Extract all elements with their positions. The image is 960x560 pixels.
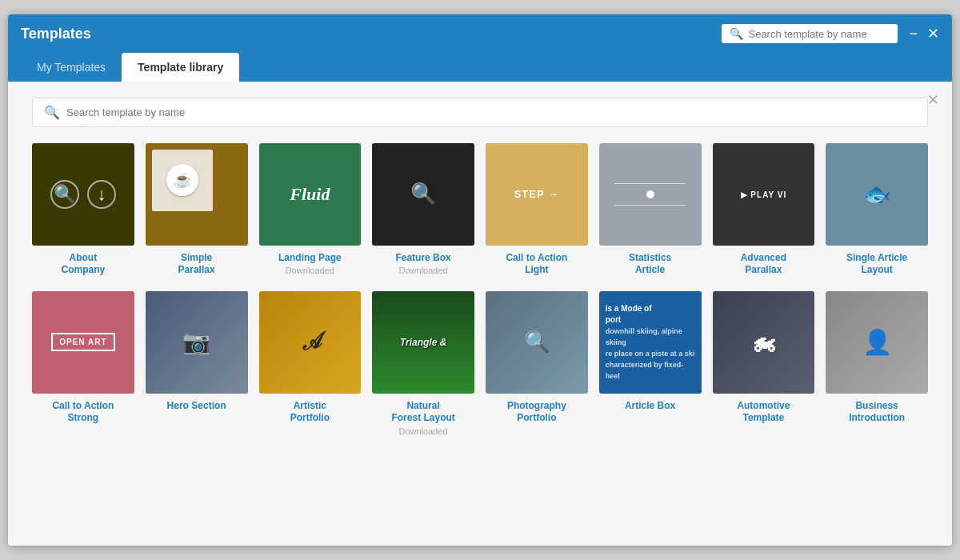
template-card-cta-light[interactable]: STEP → Call to ActionLight <box>486 143 588 277</box>
templates-window: Templates 🔍 − ✕ My Templates Template li… <box>8 14 952 546</box>
template-thumb-natural-forest: Triangle & <box>372 291 474 394</box>
template-thumb-advanced-parallax: ▶ PLAY VI <box>713 143 815 246</box>
template-card-natural-forest[interactable]: Triangle & NaturalForest Layout Download… <box>372 291 474 436</box>
header-search-box[interactable]: 🔍 <box>722 24 898 43</box>
downloaded-badge-natural-forest: Downloaded <box>399 426 448 436</box>
template-name-simple-parallax: SimpleParallax <box>178 252 215 277</box>
template-card-automotive[interactable]: 🏍 AutomotiveTemplate <box>713 291 815 436</box>
template-name-article-box: Article Box <box>625 400 675 413</box>
template-card-artistic-portfolio[interactable]: 𝒜 ArtisticPortfolio <box>259 291 362 436</box>
template-thumb-simple-parallax: ☕ <box>146 143 248 246</box>
window-title: Templates <box>21 26 722 42</box>
template-card-photo-portfolio[interactable]: 🔍 PhotographyPortfolio <box>486 291 588 436</box>
template-name-business-intro: BusinessIntroduction <box>849 400 905 425</box>
content-area: ✕ 🔍 🔍 ↓ AboutCompany <box>8 82 952 546</box>
template-name-cta-light: Call to ActionLight <box>506 252 567 277</box>
template-grid-row1: 🔍 ↓ AboutCompany ☕ SimpleParallax <box>32 143 928 277</box>
template-name-single-article: Single ArticleLayout <box>846 252 907 277</box>
template-name-statistics-article: StatisticsArticle <box>629 252 671 277</box>
template-thumb-hero-section: 📷 <box>146 291 248 394</box>
template-thumb-cta-light: STEP → <box>486 143 588 246</box>
window-controls: − ✕ <box>909 26 939 41</box>
template-name-natural-forest: NaturalForest Layout <box>391 400 454 425</box>
template-thumb-business-intro: 👤 <box>826 291 928 394</box>
inner-search-input[interactable] <box>66 106 916 118</box>
template-name-landing-page: Landing Page <box>278 252 342 265</box>
template-thumb-statistics-article <box>599 143 702 246</box>
close-button[interactable]: ✕ <box>927 26 939 41</box>
template-name-automotive: AutomotiveTemplate <box>737 400 790 425</box>
tab-my-templates[interactable]: My Templates <box>21 53 122 82</box>
template-card-cta-strong[interactable]: OPEN ART Call to ActionStrong <box>32 291 134 436</box>
titlebar: Templates 🔍 − ✕ <box>8 14 952 53</box>
template-card-advanced-parallax[interactable]: ▶ PLAY VI AdvancedParallax <box>713 143 815 277</box>
template-thumb-about-company: 🔍 ↓ <box>32 143 134 246</box>
template-thumb-artistic-portfolio: 𝒜 <box>259 291 362 394</box>
inner-search-box[interactable]: 🔍 <box>32 98 928 127</box>
minimize-button[interactable]: − <box>909 26 918 41</box>
template-name-hero-section: Hero Section <box>167 400 226 413</box>
template-thumb-photo-portfolio: 🔍 <box>486 291 588 394</box>
template-name-cta-strong: Call to ActionStrong <box>52 400 114 425</box>
header-search-icon: 🔍 <box>730 27 743 40</box>
template-card-hero-section[interactable]: 📷 Hero Section <box>146 291 248 436</box>
template-name-photo-portfolio: PhotographyPortfolio <box>507 400 566 425</box>
tabs-bar: My Templates Template library <box>8 53 952 82</box>
template-card-feature-box[interactable]: 🔍 Feature Box Downloaded <box>372 143 474 277</box>
content-close-button[interactable]: ✕ <box>927 91 939 109</box>
template-card-landing-page[interactable]: Fluid Landing Page Downloaded <box>259 143 362 277</box>
template-card-about-company[interactable]: 🔍 ↓ AboutCompany <box>32 143 134 277</box>
template-card-single-article[interactable]: 🐟 Single ArticleLayout <box>826 143 928 277</box>
header-search-input[interactable] <box>748 28 890 40</box>
template-name-about-company: AboutCompany <box>62 252 106 277</box>
inner-search-icon: 🔍 <box>44 105 60 120</box>
template-name-advanced-parallax: AdvancedParallax <box>741 252 786 277</box>
tab-template-library[interactable]: Template library <box>122 53 239 82</box>
template-thumb-article-box: is a Mode ofportdownhill skiing, alpine … <box>599 291 702 394</box>
template-grid-row2: OPEN ART Call to ActionStrong 📷 Hero Sec… <box>32 291 928 436</box>
template-card-simple-parallax[interactable]: ☕ SimpleParallax <box>146 143 248 277</box>
template-name-feature-box: Feature Box <box>395 252 450 265</box>
template-thumb-automotive: 🏍 <box>713 291 815 394</box>
downloaded-badge-feature-box: Downloaded <box>399 266 448 275</box>
template-name-artistic-portfolio: ArtisticPortfolio <box>290 400 330 425</box>
template-card-statistics-article[interactable]: StatisticsArticle <box>599 143 702 277</box>
downloaded-badge-landing-page: Downloaded <box>286 266 334 275</box>
template-card-article-box[interactable]: is a Mode ofportdownhill skiing, alpine … <box>599 291 702 436</box>
template-thumb-single-article: 🐟 <box>826 143 928 246</box>
template-thumb-cta-strong: OPEN ART <box>32 291 134 394</box>
template-thumb-landing-page: Fluid <box>259 143 362 246</box>
template-thumb-feature-box: 🔍 <box>372 143 474 246</box>
template-card-business-intro[interactable]: 👤 BusinessIntroduction <box>826 291 928 436</box>
